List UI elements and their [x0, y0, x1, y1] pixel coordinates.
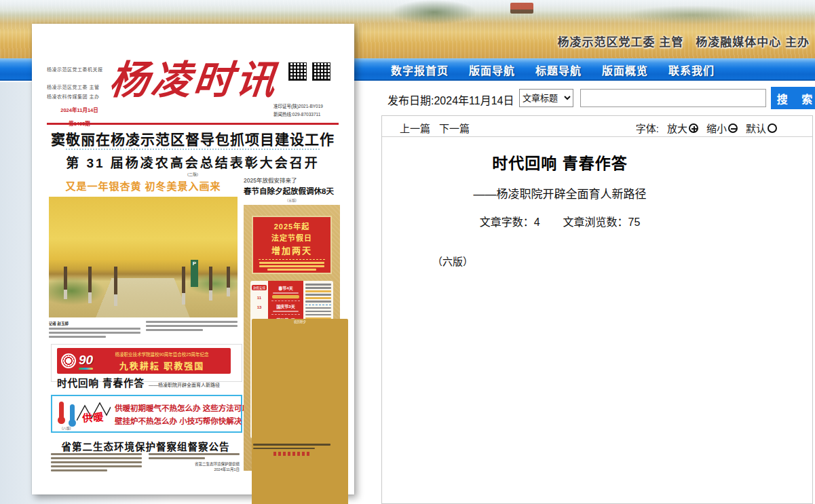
harvester-image: [510, 3, 533, 14]
search-bar: 发布日期:2024年11月14日 文章标题 搜 索: [381, 82, 815, 115]
teaser-title: 时代回响 青春作答: [57, 378, 145, 389]
heating-tips-box: 供暖 (八版) 供暖初期暖气不热怎么办 这些方法可以试试 壁挂炉不热怎么办 小技…: [51, 395, 242, 433]
newspaper-headline-1: 窦敬丽在杨凌示范区督导包抓项目建设工作: [47, 128, 339, 149]
article-panel: 上一篇 下一篇 字体: 放大 缩小 默认 时代回响 青春作答 ——杨凌职院开辟全…: [381, 115, 813, 504]
sponsor-line: 杨凌示范区党工委 主管 杨凌融媒体中心 主办: [558, 33, 810, 50]
font-default-button[interactable]: 默认: [746, 121, 777, 135]
newspaper-front-page[interactable]: 杨凌示范区党工委机关报 杨凌示范区党工委 主管 杨凌农科传媒集团 主办 2024…: [32, 24, 354, 495]
nav-home[interactable]: 数字报首页: [391, 62, 449, 78]
banner-slogan: 九秩耕耘 职教强国: [97, 359, 227, 372]
notice-body: 省第二生态环境保护督察组 2024年11月1日: [51, 453, 240, 473]
article-title: 时代回响 青春作答: [387, 151, 732, 174]
anniversary-article-box: 90 杨凌职业技术学院建校90周年暨合校25周年纪念 九秩耕耘 职教强国 (六版…: [51, 344, 242, 382]
newspaper-title-calligraphy: 杨凌时讯: [100, 48, 289, 105]
photo-caption: 记者 赵玉婷: [49, 321, 238, 340]
newspaper-right-column: 2025年放假安排来了 春节自除夕起放假调休8天 (五版) 2025年起 法定节…: [244, 176, 340, 471]
infographic-header: 2025年起 法定节假日 增加两天: [252, 216, 332, 274]
font-zoom-out-button[interactable]: 缩小: [706, 121, 738, 135]
heating-tag: 供暖: [81, 409, 104, 425]
qr-code-icon: [288, 62, 307, 81]
thermometer-blue-icon: [70, 404, 75, 422]
notice-title: 省第二生态环境保护督察组督察公告: [49, 439, 242, 453]
masthead-divider: [47, 123, 339, 125]
prev-article-link[interactable]: 上一篇: [400, 121, 430, 135]
source-mark: [273, 452, 310, 456]
minus-circle-icon: [728, 123, 738, 133]
article-stats: 文章字数：4文章浏览数：75: [387, 213, 732, 229]
heating-headline-2: 壁挂炉不热怎么办 小技巧帮你快解决: [115, 415, 265, 426]
school-emblem-icon: [61, 353, 76, 368]
search-category-select[interactable]: 文章标题: [519, 89, 573, 107]
dotted-divider: [66, 149, 320, 150]
caption-byline: 记者 赵玉婷: [49, 321, 140, 326]
qr-code-icon: [312, 62, 330, 81]
masthead-print-info: 准印证号(陕)2021-BY019 新闻热线:029-87033711: [273, 102, 349, 119]
heating-page-note: (八版): [62, 425, 71, 430]
ninety-logo: 90: [79, 353, 93, 370]
ginkgo-avenue-photo: P: [49, 197, 238, 317]
nav-page-navigation[interactable]: 版面导航: [469, 62, 515, 78]
holiday-kicker: 2025年放假安排来了: [244, 176, 340, 184]
notice-signature: 省第二生态环境保护督察组 2024年11月1日: [149, 461, 240, 472]
newspaper-headline-2: 第 31 届杨凌农高会总结表彰大会召开: [47, 153, 339, 171]
holiday-infographic: 2025年起 法定节假日 增加两天 放假安排 11 13 农历除夕 5月2日 春…: [244, 205, 340, 471]
article-teaser: 时代回响 青春作答——杨凌职院开辟全面育人新路径: [57, 375, 238, 389]
article-toolbar: 上一篇 下一篇 字体: 放大 缩小 默认: [382, 116, 812, 137]
anniversary-banner: 90 杨凌职业技术学院建校90周年暨合校25周年纪念 九秩耕耘 职教强国: [57, 348, 231, 374]
next-article-link[interactable]: 下一篇: [439, 121, 470, 135]
font-size-label: 字体:: [636, 121, 659, 135]
search-button[interactable]: 搜 索: [771, 87, 815, 109]
article-subtitle: ——杨凌职院开辟全面育人新路径: [387, 185, 732, 201]
article-body: （六版）: [387, 254, 732, 268]
badge-holiday-plan: 放假安排: [252, 285, 267, 290]
masthead-date: 2024年11月14日: [47, 106, 112, 113]
nav-title-navigation[interactable]: 标题导航: [535, 62, 582, 78]
nav-page-overview[interactable]: 版面概览: [602, 62, 648, 78]
thermometer-red-icon: [59, 402, 64, 419]
badge-lunar-eve: 农历除夕: [252, 319, 348, 504]
search-input[interactable]: [580, 89, 766, 107]
banner-kicker: 杨凌职业技术学院建校90周年暨合校25周年纪念: [97, 351, 227, 357]
newspaper-left-column: 又是一年银杏黄 初冬美景入画来 P 记者 赵玉婷: [49, 178, 238, 340]
heating-headline-1: 供暖初期暖气不热怎么办 这些方法可以试试: [115, 402, 265, 413]
holiday-calendar: 放假安排 11 13 农历除夕 5月2日 春节4天 国庆节3天 劳动节2天: [250, 281, 333, 438]
parking-sign: P: [191, 260, 198, 287]
infographic-footnote: [253, 444, 330, 456]
qr-codes: [288, 62, 330, 81]
photo-story-title: 又是一年银杏黄 初冬美景入画来: [49, 178, 238, 193]
publish-date: 发布日期:2024年11月14日: [387, 92, 514, 108]
plus-circle-icon: [689, 123, 698, 133]
holiday-page-note: (五版): [244, 197, 340, 202]
nav-contact-us[interactable]: 联系我们: [668, 62, 715, 78]
teaser-subtitle: ——杨凌职院开辟全面育人新路径: [149, 383, 220, 387]
holiday-title: 春节自除夕起放假调休8天: [244, 185, 340, 196]
font-zoom-in-button[interactable]: 放大: [667, 121, 698, 135]
circle-icon: [767, 123, 777, 133]
